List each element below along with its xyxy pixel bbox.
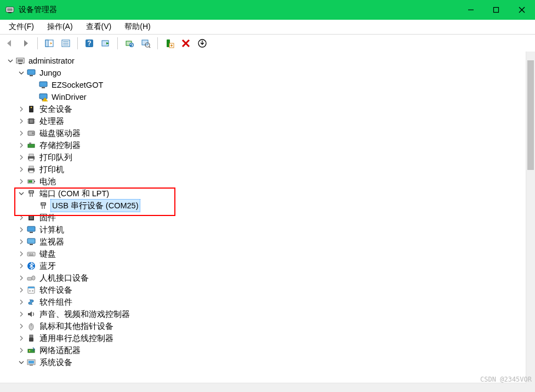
- monitor-icon: [26, 68, 36, 78]
- chevron-down-icon[interactable]: [18, 69, 25, 77]
- chevron-right-icon[interactable]: [18, 129, 25, 137]
- tree-label: administrator: [27, 55, 76, 67]
- back-button[interactable]: [2, 36, 16, 50]
- svg-point-49: [32, 132, 34, 134]
- storage-controller-icon: [26, 140, 36, 150]
- tree-node-hid[interactable]: 人机接口设备: [2, 272, 526, 284]
- vertical-scrollbar[interactable]: [526, 52, 535, 392]
- menu-action[interactable]: 操作(A): [42, 20, 78, 33]
- tree-node-ports[interactable]: 端口 (COM 和 LPT): [2, 188, 526, 200]
- chevron-down-icon[interactable]: [18, 190, 25, 197]
- chevron-right-icon[interactable]: [18, 141, 25, 149]
- tree-node-ezsocket[interactable]: EZSocketGOT: [2, 79, 526, 91]
- tree-node-sound[interactable]: 声音、视频和游戏控制器: [2, 308, 526, 320]
- svg-rect-31: [27, 70, 35, 75]
- tree-label: 计算机: [38, 224, 65, 236]
- chevron-right-icon[interactable]: [18, 238, 25, 246]
- titlebar: 设备管理器: [0, 0, 535, 20]
- scan-action-icon[interactable]: [99, 36, 113, 50]
- tree-node-print-queues[interactable]: 打印队列: [2, 151, 526, 163]
- printer-icon: [26, 164, 36, 174]
- menu-file[interactable]: 文件(F): [3, 20, 39, 33]
- svg-rect-51: [29, 143, 31, 144]
- chevron-right-icon[interactable]: [18, 346, 25, 354]
- tree-label: EZSocketGOT: [50, 79, 104, 91]
- update-driver-icon[interactable]: [122, 36, 136, 50]
- scrollbar-thumb[interactable]: [527, 60, 534, 170]
- svg-rect-29: [18, 59, 23, 62]
- close-button[interactable]: [509, 0, 535, 20]
- svg-rect-41: [30, 120, 33, 123]
- chevron-right-icon[interactable]: [18, 274, 25, 282]
- tree-node-firmware[interactable]: 固件: [2, 212, 526, 224]
- chevron-right-icon[interactable]: [18, 117, 25, 125]
- forward-button[interactable]: [19, 36, 33, 50]
- chevron-right-icon[interactable]: [18, 178, 25, 185]
- chevron-right-icon[interactable]: [18, 214, 25, 221]
- device-tree[interactable]: administrator Jungo EZSocketGOT ! WinDri…: [0, 52, 526, 392]
- svg-point-17: [129, 43, 134, 47]
- tree-label: Jungo: [38, 67, 62, 79]
- tree-node-computer[interactable]: 计算机: [2, 224, 526, 236]
- chevron-right-icon[interactable]: [18, 310, 25, 318]
- svg-rect-30: [19, 63, 22, 64]
- svg-rect-2: [8, 12, 12, 13]
- tree-node-monitors[interactable]: 监视器: [2, 236, 526, 248]
- svg-rect-66: [42, 203, 45, 204]
- svg-rect-71: [27, 226, 35, 231]
- chevron-down-icon[interactable]: [7, 57, 14, 65]
- tree-node-processors[interactable]: 处理器: [2, 115, 526, 127]
- svg-rect-1: [7, 8, 13, 11]
- tree-label: 端口 (COM 和 LPT): [38, 188, 110, 200]
- printer-icon: [26, 152, 36, 162]
- horizontal-scrollbar[interactable]: [0, 383, 526, 392]
- tree-node-network-adapters[interactable]: 网络适配器: [2, 344, 526, 356]
- chevron-right-icon[interactable]: [18, 250, 25, 258]
- tree-node-disk-drives[interactable]: 磁盘驱动器: [2, 127, 526, 139]
- tree-node-system-devices[interactable]: 系统设备: [2, 356, 526, 368]
- tree-node-usb-serial[interactable]: USB 串行设备 (COM25): [2, 200, 526, 212]
- tree-node-security-devices[interactable]: 安全设备: [2, 103, 526, 115]
- tree-label: 人机接口设备: [38, 272, 90, 284]
- tree-node-root[interactable]: administrator: [2, 55, 526, 67]
- chevron-right-icon[interactable]: [18, 226, 25, 234]
- tree-node-mice[interactable]: 鼠标和其他指针设备: [2, 320, 526, 332]
- tree-node-usb-controllers[interactable]: 通用串行总线控制器: [2, 332, 526, 344]
- chevron-right-icon[interactable]: [18, 105, 25, 113]
- tree-node-software-components[interactable]: 软件组件: [2, 296, 526, 308]
- tree-node-jungo[interactable]: Jungo: [2, 67, 526, 79]
- show-hide-tree-button[interactable]: [42, 36, 56, 50]
- svg-rect-76: [29, 253, 30, 254]
- tree-node-bluetooth[interactable]: 蓝牙: [2, 260, 526, 272]
- chevron-down-icon[interactable]: [18, 359, 25, 366]
- chevron-right-icon[interactable]: [18, 298, 25, 306]
- chevron-right-icon[interactable]: [18, 286, 25, 294]
- help-icon[interactable]: ?: [82, 36, 96, 50]
- menu-view[interactable]: 查看(V): [81, 20, 117, 33]
- chevron-right-icon[interactable]: [18, 322, 25, 330]
- tree-node-keyboards[interactable]: 键盘: [2, 248, 526, 260]
- add-device-icon[interactable]: [162, 36, 177, 50]
- tree-node-printers[interactable]: 打印机: [2, 163, 526, 175]
- maximize-button[interactable]: [483, 0, 509, 20]
- tree-label: 鼠标和其他指针设备: [38, 320, 115, 332]
- chevron-right-icon[interactable]: [18, 166, 25, 173]
- tree-label: 存储控制器: [38, 139, 82, 151]
- svg-rect-77: [30, 253, 31, 254]
- svg-text:?: ?: [87, 39, 91, 47]
- tree-node-software-devices[interactable]: 软件设备: [2, 284, 526, 296]
- scan-hardware-icon[interactable]: [139, 36, 153, 50]
- tree-label: 磁盘驱动器: [38, 127, 82, 139]
- chevron-right-icon[interactable]: [18, 262, 25, 270]
- uninstall-icon[interactable]: [179, 36, 193, 50]
- tree-node-batteries[interactable]: 电池: [2, 175, 526, 188]
- disable-icon[interactable]: [195, 36, 209, 50]
- chevron-right-icon[interactable]: [18, 334, 25, 342]
- tree-node-windriver[interactable]: ! WinDriver: [2, 91, 526, 103]
- minimize-button[interactable]: [458, 0, 483, 20]
- hid-icon: [26, 273, 36, 283]
- tree-node-storage-controllers[interactable]: 存储控制器: [2, 139, 526, 151]
- properties-button[interactable]: [59, 36, 73, 50]
- chevron-right-icon[interactable]: [18, 154, 25, 161]
- menu-help[interactable]: 帮助(H): [119, 20, 156, 33]
